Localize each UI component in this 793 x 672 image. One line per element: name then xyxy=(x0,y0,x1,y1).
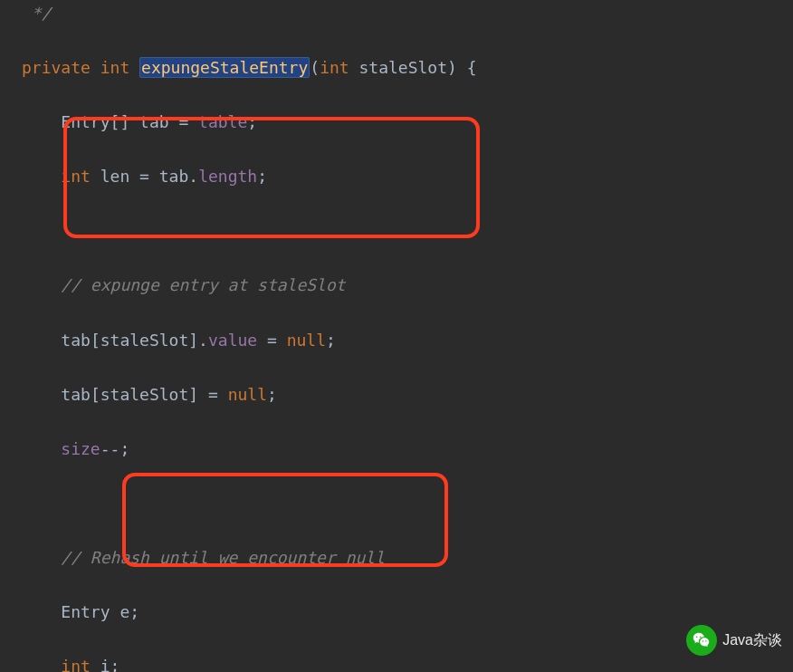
wechat-icon xyxy=(686,625,717,656)
kw-int: int xyxy=(100,58,130,77)
comment-expunge: // expunge entry at staleSlot xyxy=(61,275,345,294)
method-name: expungeStaleEntry xyxy=(139,57,310,78)
watermark: Java杂谈 xyxy=(686,625,782,656)
kw-private: private xyxy=(22,58,91,77)
code-block: */ private int expungeStaleEntry(int sta… xyxy=(22,0,793,672)
comment-rehash: // Rehash until we encounter null xyxy=(61,548,385,567)
code-editor[interactable]: */ private int expungeStaleEntry(int sta… xyxy=(0,0,793,672)
comment-close: */ xyxy=(32,4,52,23)
watermark-text: Java杂谈 xyxy=(722,629,782,653)
